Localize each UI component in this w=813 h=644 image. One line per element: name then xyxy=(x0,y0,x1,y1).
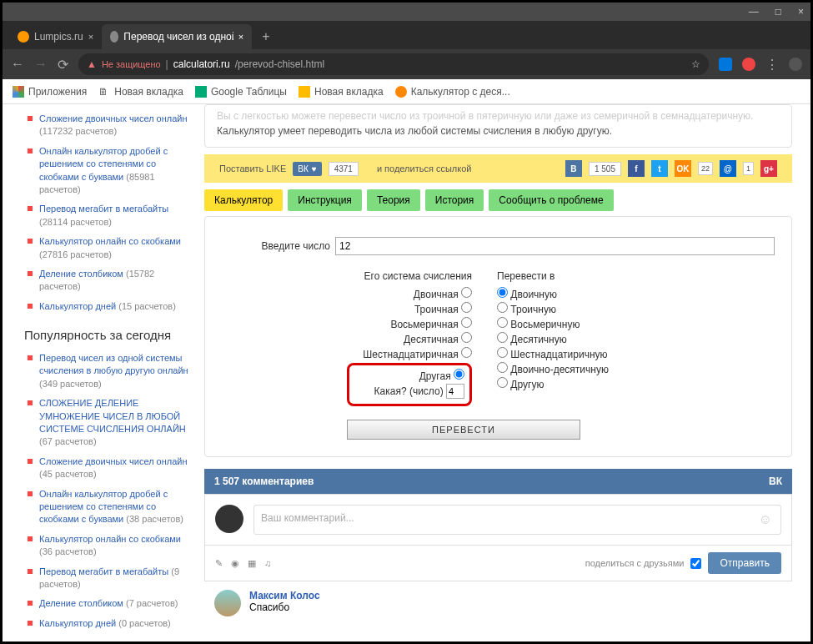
sidebar-item[interactable]: Калькулятор дней (15 расчетов) xyxy=(28,300,196,313)
to-radio[interactable] xyxy=(497,362,508,373)
from-radio[interactable] xyxy=(461,332,472,343)
menu-icon[interactable]: ⋮ xyxy=(765,57,779,73)
bookmark-item[interactable]: Новая вкладка xyxy=(299,86,384,98)
new-tab-btn[interactable]: + xyxy=(252,24,279,49)
to-radio[interactable] xyxy=(497,287,508,298)
sidebar-item[interactable]: Калькулятор онлайн со скобками (36 расче… xyxy=(28,533,196,559)
sidebar-item[interactable]: Калькулятор онлайн со скобками (27816 ра… xyxy=(28,235,196,261)
tab-report[interactable]: Сообщить о проблеме xyxy=(489,189,613,211)
to-radio[interactable] xyxy=(497,302,508,313)
from-other-label: Другая xyxy=(419,370,451,382)
sidebar-item[interactable]: Онлайн калькулятор дробей с решением со … xyxy=(28,488,196,526)
to-radio[interactable] xyxy=(497,377,508,388)
ext-icon[interactable] xyxy=(719,58,732,71)
bookmark-item[interactable]: 🗎Новая вкладка xyxy=(98,86,183,98)
max-btn[interactable]: □ xyxy=(775,6,781,18)
send-button[interactable]: Отправить xyxy=(708,552,781,574)
from-other-radio[interactable] xyxy=(454,369,464,380)
tab-calculator[interactable]: Перевод чисел из одной систе... × xyxy=(102,24,252,49)
video-icon[interactable]: ▦ xyxy=(248,558,256,569)
bullet-icon xyxy=(28,304,33,309)
emoji-icon[interactable]: ☺ xyxy=(759,512,772,527)
ext-icon[interactable] xyxy=(742,58,755,71)
doc-icon: 🗎 xyxy=(98,86,110,98)
comments-header: 1 507 комментариев ВК xyxy=(204,469,792,494)
sidebar-item[interactable]: Деление столбиком (15782 расчетов) xyxy=(28,268,196,294)
ok-share[interactable]: OK xyxy=(675,160,691,177)
doc-icon xyxy=(299,86,310,98)
sidebar-item[interactable]: Перевод мегабит в мегабайты (28114 расче… xyxy=(28,203,196,229)
tab-theory[interactable]: Теория xyxy=(367,189,420,211)
intro-line: Вы с легкостью можете перевести число из… xyxy=(217,110,780,122)
sidebar-item[interactable]: Перевод мегабит в мегабайты (9 расчетов) xyxy=(28,566,196,591)
number-input[interactable] xyxy=(335,237,775,255)
bookmark-item[interactable]: Калькулятор с деся... xyxy=(395,86,510,98)
which-input[interactable] xyxy=(446,384,464,399)
avatar-icon[interactable] xyxy=(789,58,802,71)
bullet-icon xyxy=(28,601,33,606)
tab-nav: Калькулятор Инструкция Теория История Со… xyxy=(204,189,792,211)
bookmark-item[interactable]: Google Таблицы xyxy=(195,86,287,98)
comment-actions: ✎ ◉ ▦ ♫ поделиться с друзьями Отправить xyxy=(204,546,792,581)
vk-share[interactable]: В xyxy=(565,160,582,177)
insecure-label: Не защищено xyxy=(102,59,161,69)
comments-count: 1 507 комментариев xyxy=(214,475,314,487)
mail-share[interactable]: @ xyxy=(720,160,736,177)
bullet-icon xyxy=(28,206,33,211)
tab-instruction[interactable]: Инструкция xyxy=(288,189,362,211)
star-icon[interactable]: ☆ xyxy=(691,58,700,70)
sidebar-item[interactable]: СЛОЖЕНИЕ ДЕЛЕНИЕ УМНОЖЕНИЕ ЧИСЕЛ В ЛЮБОЙ… xyxy=(28,397,196,449)
back-btn[interactable]: ← xyxy=(11,57,24,72)
comment-box: Ваш комментарий... ☺ xyxy=(204,494,792,546)
sidebar-item[interactable]: Перевод чисел из одной системы счисления… xyxy=(28,352,196,390)
vk-icon[interactable]: ВК xyxy=(769,475,782,487)
sidebar-item[interactable]: Калькулятор дней (0 расчетов) xyxy=(28,617,196,630)
photo-icon[interactable]: ◉ xyxy=(231,558,239,569)
gplus-share[interactable]: g+ xyxy=(760,160,777,177)
from-radio[interactable] xyxy=(461,347,472,358)
close-btn[interactable]: × xyxy=(798,6,804,18)
forward-btn[interactable]: → xyxy=(34,57,48,72)
share-checkbox[interactable] xyxy=(690,558,701,569)
url-input[interactable]: ▲ Не защищено | calculatori.ru/perevod-c… xyxy=(78,53,709,75)
from-radio[interactable] xyxy=(461,302,472,313)
tab-history[interactable]: История xyxy=(425,189,484,211)
tab-calculator[interactable]: Калькулятор xyxy=(204,189,283,211)
highlight-box: Другая Какая? (число) xyxy=(347,363,472,406)
bullet-icon xyxy=(28,116,33,121)
apps-btn[interactable]: Приложения xyxy=(13,86,87,98)
close-icon[interactable]: × xyxy=(238,32,243,42)
intro-box: Вы с легкостью можете перевести число из… xyxy=(204,104,792,148)
tw-share[interactable]: t xyxy=(651,160,668,177)
min-btn[interactable]: — xyxy=(749,6,759,18)
titlebar: — □ × xyxy=(3,3,810,21)
audio-icon[interactable]: ♫ xyxy=(264,558,271,569)
sidebar-item[interactable]: Сложение двоичных чисел онлайн (117232 р… xyxy=(28,113,196,138)
fb-share[interactable]: f xyxy=(628,160,645,177)
bullet-icon xyxy=(28,355,33,360)
comment-input[interactable]: Ваш комментарий... ☺ xyxy=(253,505,781,535)
sidebar-item[interactable]: Сложение двоичных чисел онлайн (45 расче… xyxy=(28,455,196,481)
from-radio[interactable] xyxy=(461,317,472,328)
sidebar-item[interactable]: Деление столбиком (7 расчетов) xyxy=(28,597,196,610)
to-radio[interactable] xyxy=(497,332,508,343)
close-icon[interactable]: × xyxy=(88,32,93,42)
calculator-panel: Введите число Его система счисления Двои… xyxy=(204,216,792,457)
tab-lumpics[interactable]: Lumpics.ru × xyxy=(9,24,102,49)
vk-like-btn[interactable]: ВК♥ xyxy=(293,162,321,176)
to-radio[interactable] xyxy=(497,347,508,358)
comment-author[interactable]: Максим Колос xyxy=(249,590,320,601)
bullet-icon xyxy=(28,459,33,464)
to-radio[interactable] xyxy=(497,317,508,328)
attach-icon[interactable]: ✎ xyxy=(215,558,223,569)
to-head: Перевести в xyxy=(497,270,609,282)
sidebar-item[interactable]: Онлайн калькулятор дробей с решением со … xyxy=(28,145,196,197)
convert-button[interactable]: ПЕРЕВЕСТИ xyxy=(347,420,580,440)
from-radio[interactable] xyxy=(461,287,472,298)
share-label: и поделиться ссылкой xyxy=(377,164,472,174)
bullet-icon xyxy=(28,148,33,153)
like-bar: Поставить LIKE ВК♥ 4371 и поделиться ссы… xyxy=(204,154,792,183)
reload-btn[interactable]: ⟳ xyxy=(58,57,68,73)
bullet-icon xyxy=(28,491,33,496)
main: Вы с легкостью можете перевести число из… xyxy=(204,104,810,639)
